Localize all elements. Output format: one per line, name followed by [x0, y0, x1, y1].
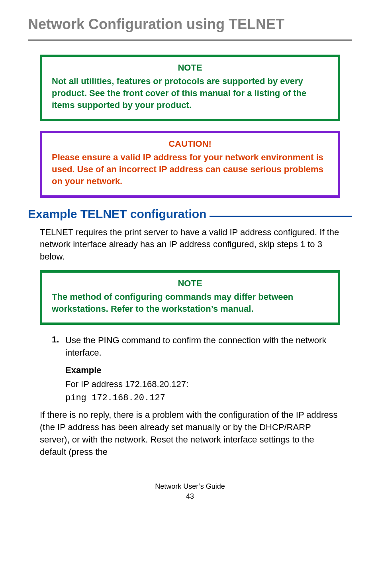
- example-label: Example: [65, 363, 352, 377]
- section-heading-text: Example TELNET configuration: [28, 207, 206, 221]
- list-item: 1. Use the PING command to confirm the c…: [52, 334, 352, 359]
- page-title: Network Configuration using TELNET: [28, 16, 352, 32]
- command-line: ping 172.168.20.127: [65, 391, 352, 405]
- section-heading-rule: [210, 216, 352, 217]
- caution-box: CAUTION! Please ensure a valid IP addres…: [40, 131, 340, 197]
- caution-body: Please ensure a valid IP address for you…: [52, 151, 328, 187]
- note-title: NOTE: [52, 63, 328, 73]
- page-footer: Network User’s Guide 43: [28, 482, 352, 501]
- note-title-2: NOTE: [52, 278, 328, 289]
- list-item-text: Use the PING command to confirm the conn…: [65, 334, 352, 359]
- note-body-2: The method of configuring commands may d…: [52, 291, 328, 315]
- section-heading: Example TELNET configuration: [28, 207, 352, 221]
- intro-paragraph: TELNET requires the print server to have…: [40, 226, 340, 263]
- note-box-1: NOTE Not all utilities, features or prot…: [40, 55, 340, 121]
- caution-title: CAUTION!: [52, 139, 328, 149]
- footer-title: Network User’s Guide: [155, 482, 225, 490]
- note-body: Not all utilities, features or protocols…: [52, 75, 328, 111]
- ordered-list: 1. Use the PING command to confirm the c…: [52, 334, 352, 359]
- list-item-number: 1.: [52, 334, 65, 359]
- example-text: For IP address 172.168.20.127:: [65, 377, 352, 391]
- title-rule: [28, 39, 352, 41]
- page: Network Configuration using TELNET NOTE …: [0, 0, 380, 525]
- example-label-text: Example: [65, 365, 102, 375]
- note-box-2: NOTE The method of configuring commands …: [40, 270, 340, 325]
- continuation-paragraph: If there is no reply, there is a problem…: [40, 409, 340, 458]
- footer-page-number: 43: [28, 492, 352, 501]
